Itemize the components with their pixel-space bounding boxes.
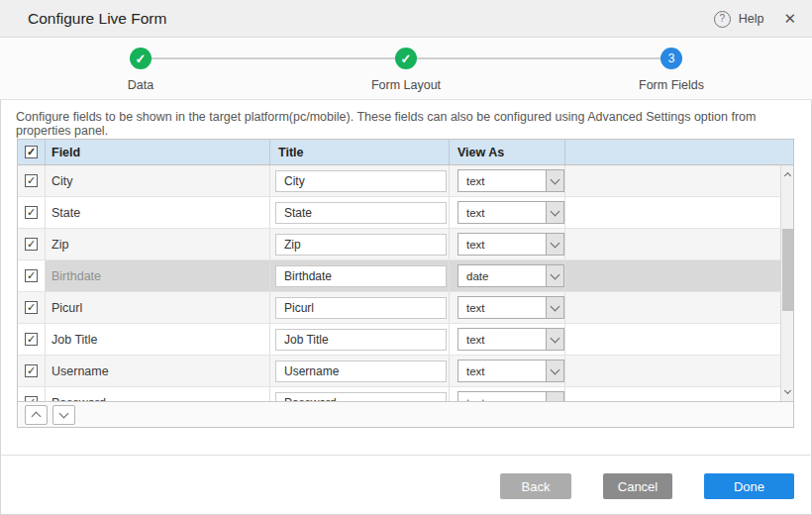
view-as-select[interactable]: text <box>457 328 564 351</box>
titlebar-actions: ? Help ✕ <box>714 0 796 38</box>
view-as-cell: text <box>450 197 565 228</box>
view-as-select[interactable]: text <box>457 296 564 319</box>
header-checkbox-cell: ✓ <box>18 140 46 164</box>
step-data-circle[interactable]: ✓ <box>130 48 152 69</box>
table-header: ✓ Field Title View As <box>18 140 793 165</box>
step-form-layout-circle[interactable]: ✓ <box>395 48 417 69</box>
step-data-label[interactable]: Data <box>61 78 220 92</box>
chevron-down-icon[interactable] <box>546 297 563 318</box>
row-filler <box>565 292 780 323</box>
close-icon[interactable]: ✕ <box>783 10 796 28</box>
table-body: ✓Citytext✓Statetext✓Ziptext✓Birthdatedat… <box>18 165 780 401</box>
scroll-up-button[interactable] <box>781 167 793 181</box>
help-icon[interactable]: ? <box>714 11 731 28</box>
title-cell <box>270 356 450 386</box>
move-down-button[interactable] <box>52 405 75 425</box>
row-checkbox[interactable]: ✓ <box>25 174 38 187</box>
view-as-value: text <box>458 170 546 191</box>
description-text: Configure fields to be shown in the targ… <box>16 110 796 138</box>
table-row: ✓Citytext <box>18 165 780 197</box>
title-cell <box>270 324 450 355</box>
checkbox-cell: ✓ <box>18 260 46 291</box>
title-cell <box>270 229 450 259</box>
title-cell <box>270 197 450 228</box>
chevron-down-icon[interactable] <box>546 329 563 350</box>
column-header-filler <box>565 140 793 164</box>
view-as-select[interactable]: text <box>457 391 564 401</box>
view-as-value: text <box>458 234 546 255</box>
title-input[interactable] <box>275 329 447 351</box>
view-as-value: date <box>458 265 546 286</box>
select-all-checkbox[interactable]: ✓ <box>25 146 38 158</box>
title-cell <box>270 292 450 323</box>
chevron-down-icon[interactable] <box>546 170 563 191</box>
row-filler <box>565 197 780 228</box>
reorder-toolbar <box>18 401 793 427</box>
view-as-value: text <box>458 392 546 401</box>
table-row: ✓Usernametext <box>18 356 780 387</box>
view-as-value: text <box>458 360 546 381</box>
table-row: ✓Ziptext <box>18 229 780 260</box>
row-filler <box>565 356 780 386</box>
back-button[interactable]: Back <box>500 473 571 499</box>
checkbox-cell: ✓ <box>18 197 46 228</box>
move-up-button[interactable] <box>25 405 48 425</box>
step-form-fields-circle[interactable]: 3 <box>660 48 682 69</box>
table-row: ✓Job Titletext <box>18 324 780 356</box>
vertical-scrollbar[interactable] <box>780 165 793 401</box>
view-as-cell: text <box>450 165 565 196</box>
view-as-select[interactable]: text <box>457 233 564 256</box>
view-as-select[interactable]: date <box>457 264 564 287</box>
title-cell <box>270 260 450 291</box>
chevron-down-icon[interactable] <box>546 202 563 223</box>
view-as-select[interactable]: text <box>457 169 564 192</box>
wizard-stepper: ✓ ✓ 3 Data Form Layout Form Fields <box>0 38 812 100</box>
column-header-view-as: View As <box>450 140 565 164</box>
step-form-layout-label[interactable]: Form Layout <box>327 78 485 92</box>
row-checkbox[interactable]: ✓ <box>25 269 38 282</box>
view-as-cell: text <box>450 292 565 323</box>
title-input[interactable] <box>275 234 447 256</box>
step-form-fields-label[interactable]: Form Fields <box>592 78 751 92</box>
row-checkbox[interactable]: ✓ <box>25 206 38 219</box>
scrollbar-thumb[interactable] <box>782 229 793 311</box>
chevron-down-icon[interactable] <box>546 265 563 286</box>
row-checkbox[interactable]: ✓ <box>25 364 38 377</box>
field-name-label: Job Title <box>46 324 270 355</box>
table-row: ✓Passwordtext <box>18 387 780 401</box>
checkbox-cell: ✓ <box>18 165 46 196</box>
view-as-select[interactable]: text <box>457 201 564 224</box>
title-input[interactable] <box>275 170 447 192</box>
view-as-cell: text <box>450 387 565 401</box>
view-as-select[interactable]: text <box>457 360 564 382</box>
chevron-down-icon[interactable] <box>546 360 563 381</box>
row-checkbox[interactable]: ✓ <box>25 301 38 314</box>
field-name-label: Password <box>46 387 270 401</box>
title-cell <box>270 165 450 196</box>
column-header-title: Title <box>270 140 450 164</box>
row-filler <box>565 260 780 291</box>
help-link[interactable]: Help <box>739 12 764 26</box>
title-input[interactable] <box>275 360 447 382</box>
done-button[interactable]: Done <box>704 473 794 499</box>
footer-divider <box>0 455 812 456</box>
title-input[interactable] <box>275 392 447 402</box>
view-as-cell: text <box>450 229 565 259</box>
checkbox-cell: ✓ <box>18 324 46 355</box>
column-header-field: Field <box>46 140 270 164</box>
field-name-label: Username <box>46 356 270 386</box>
title-input[interactable] <box>275 202 447 224</box>
chevron-down-icon[interactable] <box>546 392 563 401</box>
scroll-down-button[interactable] <box>781 385 793 399</box>
view-as-cell: text <box>450 324 565 355</box>
page-title: Configure Live Form <box>28 0 166 38</box>
row-checkbox[interactable]: ✓ <box>25 238 38 251</box>
row-checkbox[interactable]: ✓ <box>25 333 38 346</box>
configure-live-form-dialog: Configure Live Form ? Help ✕ ✓ ✓ 3 Data … <box>0 0 812 515</box>
title-input[interactable] <box>275 297 447 319</box>
chevron-down-icon[interactable] <box>546 234 563 255</box>
cancel-button[interactable]: Cancel <box>603 473 672 499</box>
title-input[interactable] <box>275 265 447 287</box>
view-as-value: text <box>458 297 546 318</box>
view-as-value: text <box>458 202 546 223</box>
